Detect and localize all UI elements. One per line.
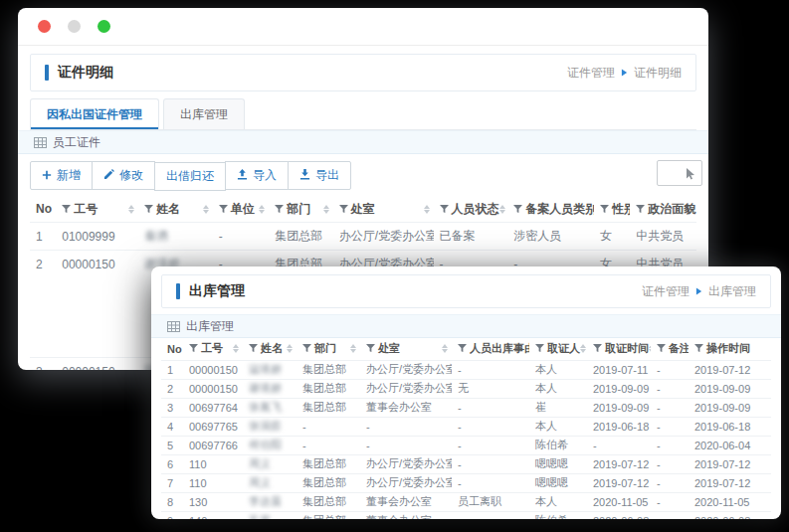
table-row[interactable]: 500697766何伯阳---陈伯希--2020-06-04	[161, 436, 771, 454]
filter-icon[interactable]	[249, 344, 258, 353]
sort-icon[interactable]	[323, 205, 329, 214]
filter-icon[interactable]	[366, 344, 375, 353]
table-row[interactable]: 7110周义集团总部办公厅/党委办公室-嗯嗯嗯2019-07-12-2019-0…	[161, 473, 771, 492]
sort-icon[interactable]	[580, 344, 586, 353]
filter-icon[interactable]	[458, 344, 467, 353]
table-cell: -	[452, 473, 529, 492]
toolbar: 新增修改出借归还导入导出	[18, 154, 708, 197]
export-icon	[299, 169, 310, 183]
sort-icon[interactable]	[499, 205, 505, 214]
table-cell: -	[452, 398, 529, 417]
import-icon	[237, 169, 248, 183]
filter-icon[interactable]	[62, 205, 71, 214]
filter-icon[interactable]	[144, 205, 153, 214]
table-cell: 本人	[529, 360, 587, 379]
breadcrumb-parent[interactable]: 证件管理	[642, 283, 690, 300]
table-cell: -	[452, 417, 529, 436]
table-row[interactable]: 300697764张胤飞集团总部董事会办公室-崔2019-09-09-2019-…	[161, 398, 771, 417]
column-header[interactable]: 取证时间	[587, 338, 651, 360]
column-header[interactable]: 备案人员类别	[507, 197, 594, 223]
quick-search-input[interactable]	[657, 160, 702, 186]
table-cell: 2019-09-09	[689, 398, 771, 417]
sort-icon[interactable]	[259, 205, 265, 214]
column-label: 部门	[314, 341, 336, 356]
table-cell: 涉密人员	[507, 223, 594, 251]
table-row[interactable]: 400697765张润弈---本人2019-06-18-2019-06-18	[161, 417, 771, 436]
toolbar-button[interactable]: 导出	[288, 161, 351, 190]
table-cell: -	[213, 223, 270, 251]
sort-icon[interactable]	[233, 344, 239, 353]
filter-icon[interactable]	[535, 344, 544, 353]
toolbar-button[interactable]: 出借归还	[154, 162, 226, 191]
button-label: 修改	[119, 167, 143, 184]
table-cell: 陈伯希	[529, 511, 587, 519]
sort-icon[interactable]	[649, 344, 651, 353]
column-header[interactable]: 操作时间	[689, 338, 771, 360]
filter-icon[interactable]	[219, 205, 228, 214]
column-label: 处室	[351, 201, 375, 218]
section-title: 出库管理	[186, 318, 234, 335]
column-header: No	[30, 197, 56, 223]
column-header[interactable]: 人员出库事由	[452, 338, 529, 360]
filter-icon[interactable]	[657, 344, 666, 353]
filter-icon[interactable]	[189, 344, 198, 353]
table-row[interactable]: 8130李达晨集团总部董事会办公室员工离职本人2020-11-05-2020-1…	[161, 492, 771, 511]
table-row[interactable]: 200000150谢瑛娇集团总部办公厅/党委办公室无本人2019-09-09-2…	[161, 379, 771, 398]
tab[interactable]: 出库管理	[163, 98, 245, 129]
sort-icon[interactable]	[442, 344, 448, 353]
column-header[interactable]: 人员状态	[434, 197, 508, 223]
column-header[interactable]: 姓名	[138, 197, 213, 223]
filter-icon[interactable]	[513, 205, 522, 214]
filter-icon[interactable]	[302, 344, 311, 353]
filter-icon[interactable]	[600, 205, 609, 214]
column-header[interactable]: 备注	[651, 338, 689, 360]
column-header[interactable]: 处室	[333, 197, 434, 223]
table-row[interactable]: 100000150寇瑛娇集团总部办公厅/党委办公室-本人2019-07-11-2…	[161, 360, 771, 379]
sort-icon[interactable]	[287, 344, 293, 353]
toolbar-button[interactable]: 导入	[225, 161, 289, 190]
sort-icon[interactable]	[128, 205, 134, 214]
table-row[interactable]: 9140毛琴集团总部董事会办公室-陈伯希2020-06-08-2020-06-0…	[161, 511, 771, 519]
filter-icon[interactable]	[694, 344, 703, 353]
table-cell: 2019-09-09	[587, 379, 651, 398]
sort-icon[interactable]	[424, 205, 430, 214]
column-header[interactable]: 工号	[183, 338, 243, 360]
table-row[interactable]: 6110周义集团总部办公厅/党委办公室-嗯嗯嗯2019-07-12-2019-0…	[161, 454, 771, 473]
table-cell: 3	[30, 358, 56, 371]
breadcrumb-parent[interactable]: 证件管理	[567, 65, 615, 82]
column-header[interactable]: 单位	[213, 197, 270, 223]
column-header[interactable]: 部门	[296, 338, 360, 360]
tab-bar: 因私出国证件管理出库管理	[30, 98, 696, 130]
table-cell: -	[651, 473, 689, 492]
breadcrumb-arrow-icon	[695, 287, 702, 295]
minimize-window-button[interactable]	[68, 20, 81, 33]
toolbar-button[interactable]: 修改	[92, 161, 155, 190]
button-label: 导出	[315, 167, 339, 184]
filter-icon[interactable]	[636, 205, 645, 214]
column-label: 姓名	[156, 201, 180, 218]
filter-icon[interactable]	[593, 344, 602, 353]
table-cell: 中共党员	[630, 223, 696, 251]
table-cell: 嗯嗯嗯	[529, 473, 587, 492]
column-header[interactable]: 工号	[56, 197, 138, 223]
column-header: No	[161, 338, 183, 360]
table-cell: 办公厅/党委办公室	[360, 473, 452, 492]
table-row[interactable]: 101009999秦洒-集团总部办公厅/党委办公室已备案涉密人员女中共党员	[30, 223, 696, 251]
column-header[interactable]: 姓名	[243, 338, 296, 360]
tab[interactable]: 因私出国证件管理	[30, 98, 159, 129]
toolbar-button[interactable]: 新增	[30, 161, 93, 190]
sort-icon[interactable]	[203, 205, 209, 214]
column-header[interactable]: 处室	[360, 338, 452, 360]
zoom-window-button[interactable]	[98, 20, 110, 33]
close-window-button[interactable]	[38, 20, 51, 33]
sort-icon[interactable]	[350, 344, 356, 353]
column-header[interactable]: 性别	[594, 197, 630, 223]
filter-icon[interactable]	[339, 205, 348, 214]
button-label: 出借归还	[166, 168, 214, 185]
table-cell: -	[651, 379, 689, 398]
column-header[interactable]: 政治面貌	[630, 197, 696, 223]
filter-icon[interactable]	[275, 205, 284, 214]
column-header[interactable]: 取证人	[529, 338, 587, 360]
column-header[interactable]: 部门	[269, 197, 333, 223]
filter-icon[interactable]	[440, 205, 449, 214]
